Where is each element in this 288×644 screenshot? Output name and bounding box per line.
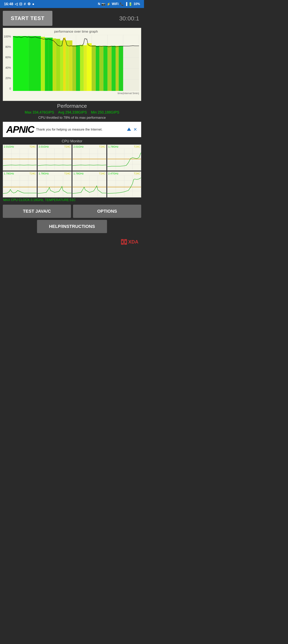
cpu-cell-header-0: 2.01GHzT24C <box>3 145 37 148</box>
cpu-cell-header-5: 1.78GHzT24C <box>38 172 71 176</box>
stat-avg: Avg 294,338GIPS <box>58 110 87 114</box>
svg-rect-30 <box>87 43 92 91</box>
throttle-text: CPU throttled to 78% of its max performa… <box>3 116 141 120</box>
start-test-button[interactable]: START TEST <box>3 11 52 26</box>
y-label-100: 100% <box>4 35 11 38</box>
sim-icon: ⊡ <box>19 2 22 6</box>
xda-text: XDA <box>128 239 138 245</box>
svg-rect-20 <box>53 38 56 91</box>
svg-rect-19 <box>49 38 53 91</box>
performance-stats: Max 334,476GIPS Avg 294,338GIPS Min 250,… <box>3 110 141 114</box>
cpu-cell-1: 2.01GHzT24C <box>38 144 72 170</box>
cpu-cell-0: 2.01GHzT24C <box>3 144 37 170</box>
ad-banner: APNIC Thank you for helping us measure t… <box>3 122 141 137</box>
cpu-cell-7: 2.47GHzT24C <box>107 172 141 198</box>
svg-rect-31 <box>92 45 96 91</box>
svg-rect-37 <box>116 46 119 91</box>
cpu-cell-header-3: 1.78GHzT24C <box>107 145 141 148</box>
cpu-cell-graph-0 <box>3 148 37 170</box>
help-btn-wrapper: HELP/INSTRUCTIONS <box>3 220 141 233</box>
cpu-temp-3: T24C <box>134 145 140 148</box>
cpu-freq-2: 2.01GHz <box>73 145 84 148</box>
svg-rect-18 <box>45 38 49 91</box>
svg-rect-35 <box>108 46 112 91</box>
app-icon: ⚙ <box>27 2 31 6</box>
n-icon: N <box>98 2 100 6</box>
options-button[interactable]: OPTIONS <box>73 205 141 218</box>
xda-logo-area: XDA <box>3 237 141 247</box>
ad-text: Thank you for helping us measure the Int… <box>34 128 127 131</box>
cpu-cell-6: 1.78GHzT24C <box>72 172 106 198</box>
cpu-cell-graph-6 <box>73 176 106 196</box>
svg-rect-36 <box>112 46 116 91</box>
xda-icon <box>121 239 127 245</box>
svg-rect-32 <box>96 46 99 91</box>
svg-rect-138 <box>122 241 123 243</box>
svg-rect-25 <box>69 40 72 91</box>
svg-rect-22 <box>60 40 63 91</box>
svg-rect-23 <box>63 38 66 91</box>
cpu-cell-graph-3 <box>107 148 141 170</box>
svg-rect-34 <box>103 46 107 91</box>
y-label-60: 60% <box>4 56 11 59</box>
ad-sponsored-triangle <box>127 128 132 132</box>
cpu-grid: 2.01GHzT24C2.01GHzT24C2.01GHzT24C1.78GHz… <box>3 144 141 198</box>
cpu-freq-1: 2.01GHz <box>39 145 49 148</box>
help-button[interactable]: HELP/INSTRUCTIONS <box>37 220 107 233</box>
cpu-cell-header-7: 2.47GHzT24C <box>107 172 141 176</box>
signal-icon: ▐ <box>125 2 127 6</box>
cpu-cell-3: 1.78GHzT24C <box>107 144 141 170</box>
graph-x-label: time(interval 5min) <box>13 92 139 95</box>
main-content: START TEST 30:00:1 performance over time… <box>0 8 144 250</box>
cpu-freq-4: 1.78GHz <box>4 172 14 175</box>
cpu-cell-graph-7 <box>107 176 141 196</box>
cpu-footer: MAX CPU CLOCK:3.18GHz, TEMPERATURE:51C <box>3 198 141 203</box>
cpu-cell-header-1: 2.01GHzT24C <box>38 145 71 148</box>
svg-rect-21 <box>56 39 60 91</box>
cpu-cell-graph-1 <box>38 148 71 170</box>
ad-close-button[interactable]: ✕ <box>133 126 138 133</box>
cpu-temp-2: T24C <box>99 145 105 148</box>
bottom-buttons: TEST JAVA/C OPTIONS <box>3 205 141 218</box>
svg-rect-26 <box>72 45 76 91</box>
performance-graph-svg <box>13 35 139 91</box>
svg-rect-39 <box>123 46 139 91</box>
status-right-area: N 📷 ⚡ WiFi 📞 ▐ 🔋 10% <box>98 2 140 6</box>
svg-rect-24 <box>66 40 69 91</box>
nav-icon: ◁ <box>15 2 17 6</box>
svg-rect-17 <box>41 37 45 91</box>
test-java-button[interactable]: TEST JAVA/C <box>3 205 71 218</box>
hash-icon: # <box>24 2 26 6</box>
cpu-freq-7: 2.47GHz <box>108 172 118 175</box>
cpu-temp-6: T24C <box>99 172 105 175</box>
cpu-cell-graph-5 <box>38 176 71 196</box>
graph-title: performance over time graph <box>13 30 139 34</box>
ad-logo: APNIC <box>6 124 34 135</box>
svg-rect-27 <box>76 45 80 91</box>
svg-rect-38 <box>119 46 123 91</box>
y-label-0: 0 <box>4 87 11 90</box>
performance-title: Performance <box>3 103 141 109</box>
battery-percent: 10% <box>134 2 140 6</box>
cpu-cell-4: 1.78GHzT24C <box>3 172 37 198</box>
cpu-temp-4: T24C <box>29 172 36 175</box>
cpu-freq-3: 1.78GHz <box>108 145 118 148</box>
cpu-freq-5: 1.78GHz <box>39 172 49 175</box>
graph-y-labels: 0 20% 40% 60% 80% 100% <box>4 35 12 91</box>
call-icon: 📞 <box>120 2 124 6</box>
svg-rect-33 <box>99 46 103 91</box>
cpu-temp-0: T24C <box>29 145 36 148</box>
bluetooth-icon: ⚡ <box>107 2 111 6</box>
battery-icon: 🔋 <box>128 2 132 6</box>
timer-display: 30:00:1 <box>52 15 141 22</box>
stat-max: Max 334,476GIPS <box>25 110 54 114</box>
cpu-monitor-section: CPU Monitor 2.01GHzT24C2.01GHzT24C2.01GH… <box>3 139 141 203</box>
status-bar: 16:48 ◁ ⊡ # ⚙ ● N 📷 ⚡ WiFi 📞 ▐ 🔋 10% <box>0 0 144 8</box>
performance-section: Performance Max 334,476GIPS Avg 294,338G… <box>3 103 141 120</box>
cpu-cell-5: 1.78GHzT24C <box>38 172 72 198</box>
graph-canvas-wrapper: 0 20% 40% 60% 80% 100% <box>13 35 139 91</box>
status-time-area: 16:48 ◁ ⊡ # ⚙ ● <box>4 2 34 6</box>
cpu-cell-2: 2.01GHzT24C <box>72 144 106 170</box>
cpu-cell-header-6: 1.78GHzT24C <box>73 172 106 176</box>
cpu-temp-1: T24C <box>64 145 71 148</box>
